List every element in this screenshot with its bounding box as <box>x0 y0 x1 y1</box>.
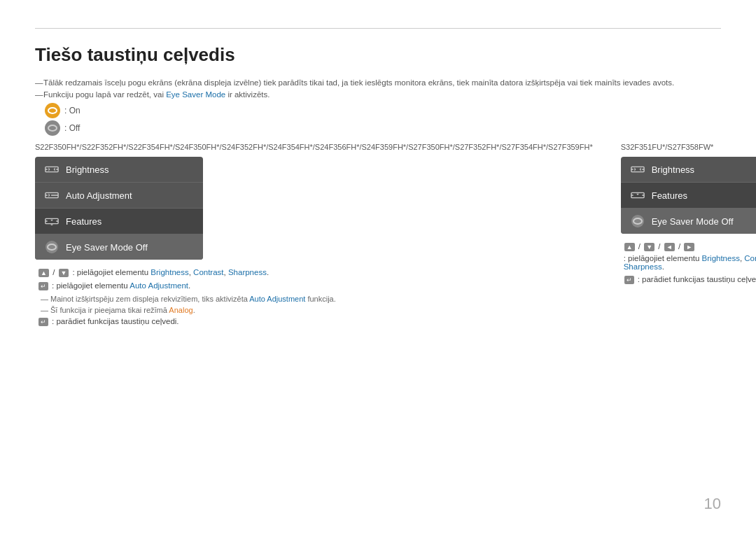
right-bullet-icon-1: ▲ / ▼ / ◄ / ► <box>624 242 696 251</box>
eye-off-label: : Off <box>64 123 80 133</box>
bullet-item-2: ↵ : pielāgojiet elementu Auto Adjustment… <box>35 281 593 290</box>
auto-adj-icon <box>45 188 59 202</box>
menu-item-auto-adjustment: Auto Adjustment <box>35 183 203 209</box>
bullet-item-1: ▲ / ▼ : pielāgojiet elementu Brightness,… <box>35 268 593 277</box>
bullet-icon-1: ▲ / ▼ <box>38 268 69 277</box>
eye-on-icon <box>45 103 60 118</box>
left-note-sub-2: Šī funkcija ir pieejama tikai režīmā Ana… <box>35 306 593 314</box>
eye-on-label: : On <box>64 106 80 115</box>
right-bullet-item-1: ▲ / ▼ / ◄ / ► : pielāgojiet elementu Bri… <box>621 242 756 271</box>
eye-off-row: : Off <box>45 120 721 136</box>
right-model-label: S32F351FU*/S27F358FW* <box>621 143 756 151</box>
eye-saver-legend: : On : Off <box>35 103 721 136</box>
right-bullet-list: ▲ / ▼ / ◄ / ► : pielāgojiet elementu Bri… <box>621 242 756 284</box>
right-eye-saver-menu-icon <box>631 214 645 228</box>
right-menu-eye-saver-label: Eye Saver Mode Off <box>652 216 734 227</box>
svg-marker-1 <box>48 167 50 171</box>
left-model-label: S22F350FH*/S22F352FH*/S22F354FH*/S24F350… <box>35 143 593 151</box>
svg-marker-19 <box>636 194 639 195</box>
svg-marker-2 <box>54 167 55 171</box>
left-menu-panel: Brightness Auto Adjustment <box>35 157 203 260</box>
menu-item-brightness: Brightness <box>35 157 203 183</box>
left-column: S22F350FH*/S22F352FH*/S22F354FH*/S24F350… <box>35 143 593 330</box>
note1: Tālāk redzamais īsceļu pogu ekrāns (ekrā… <box>35 78 721 87</box>
svg-marker-14 <box>634 167 636 171</box>
bullet-icon-2: ↵ <box>38 281 49 290</box>
eye-on-row: : On <box>45 103 721 118</box>
menu-auto-adj-label: Auto Adjustment <box>66 190 132 201</box>
right-menu-item-brightness: Brightness <box>621 157 756 183</box>
eye-off-icon <box>45 120 60 136</box>
menu-eye-saver-label: Eye Saver Mode Off <box>66 242 148 253</box>
bullet-icon-3: ↵ <box>38 317 49 326</box>
svg-marker-12 <box>50 220 53 221</box>
right-bullet-item-2: ↵ : parādiet funkcijas taustiņu ceļvedi. <box>621 275 756 284</box>
menu-brightness-label: Brightness <box>66 164 108 175</box>
right-bullet-icon-2: ↵ <box>624 275 635 284</box>
page-number: 10 <box>704 495 721 513</box>
menu-features-label: Features <box>66 216 102 227</box>
page-container: Tiešo taustiņu ceļvedis Tālāk redzamais … <box>0 0 756 534</box>
features-icon <box>45 214 59 228</box>
menu-item-features: Features <box>35 209 203 234</box>
right-features-icon <box>631 188 645 202</box>
note2: Funkciju pogu lapā var redzēt, vai Eye S… <box>35 90 721 99</box>
right-menu-item-features: Features <box>621 183 756 209</box>
right-menu-brightness-label: Brightness <box>652 164 694 175</box>
top-border <box>35 28 721 29</box>
right-menu-panel: Brightness Features <box>621 157 756 234</box>
page-title: Tiešo taustiņu ceļvedis <box>35 44 721 66</box>
menu-item-eye-saver: Eye Saver Mode Off <box>35 234 203 260</box>
two-column-layout: S22F350FH*/S22F352FH*/S22F354FH*/S24F350… <box>35 143 721 330</box>
right-brightness-icon <box>631 162 645 176</box>
right-column: S32F351FU*/S27F358FW* Brightness <box>621 143 756 288</box>
eye-saver-icon-small <box>46 241 58 253</box>
right-menu-features-label: Features <box>652 190 687 201</box>
left-note-sub-1: Mainot izšķirtspēju zem displeja rekvizī… <box>35 295 593 303</box>
svg-marker-6 <box>48 193 50 197</box>
left-bullet-list: ▲ / ▼ : pielāgojiet elementu Brightness,… <box>35 268 593 290</box>
right-menu-item-eye-saver: Eye Saver Mode Off <box>621 209 756 234</box>
bullet-item-3: ↵ : parādiet funkcijas taustiņu ceļvedi. <box>35 317 593 326</box>
eye-saver-menu-icon <box>45 240 59 254</box>
brightness-icon <box>45 162 59 176</box>
svg-marker-15 <box>639 167 640 171</box>
right-eye-saver-icon-small <box>631 215 644 227</box>
left-bullet-list-2: ↵ : parādiet funkcijas taustiņu ceļvedi. <box>35 317 593 326</box>
